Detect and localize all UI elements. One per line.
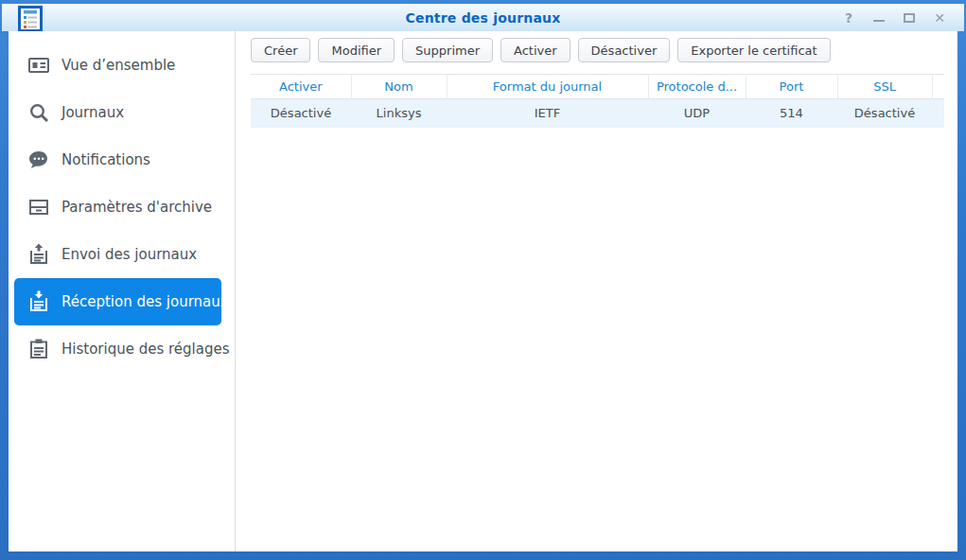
- sidebar-item-historique-reglages[interactable]: Historique des réglages: [14, 325, 221, 373]
- column-header-ssl[interactable]: SSL: [837, 75, 932, 99]
- minimize-icon[interactable]: [871, 9, 887, 27]
- sidebar-item-parametres-archive[interactable]: Paramètres d'archive: [14, 184, 221, 231]
- sidebar-item-label: Notifications: [61, 151, 150, 168]
- sidebar-item-label: Envoi des journaux: [61, 246, 197, 263]
- column-header-stub: [932, 75, 944, 99]
- delete-button[interactable]: Supprimer: [402, 38, 493, 62]
- table-row[interactable]: Désactivé Linksys IETF UDP 514 Désactivé: [251, 99, 944, 128]
- sidebar-item-journaux[interactable]: Journaux: [14, 89, 221, 136]
- create-button[interactable]: Créer: [251, 38, 310, 62]
- table-header-row: Activer Nom Format du journal Protocole …: [251, 75, 944, 99]
- modify-button[interactable]: Modifier: [318, 38, 395, 62]
- column-header-activer[interactable]: Activer: [251, 75, 351, 99]
- sidebar-item-label: Paramètres d'archive: [61, 199, 212, 216]
- chat-bubble-icon: [27, 149, 50, 171]
- window-title: Centre des journaux: [2, 10, 964, 26]
- window-controls: ? ✕: [826, 4, 947, 31]
- help-icon[interactable]: ?: [841, 9, 856, 27]
- sidebar: Vue d’ensemble Journaux: [9, 31, 236, 551]
- cell-ssl[interactable]: Désactivé: [837, 99, 932, 128]
- app-window: Centre des journaux ? ✕ Vue d’ensem: [0, 0, 966, 560]
- column-header-format[interactable]: Format du journal: [447, 75, 648, 99]
- cell-port[interactable]: 514: [746, 99, 837, 128]
- toolbar: Créer Modifier Supprimer Activer Désacti…: [251, 38, 944, 62]
- overview-icon: [27, 54, 50, 77]
- archive-icon: [27, 196, 50, 219]
- settings-history-icon: [27, 338, 50, 360]
- sidebar-item-label: Réception des journaux: [61, 293, 229, 310]
- title-bar: Centre des journaux ? ✕: [2, 4, 964, 31]
- sidebar-item-label: Journaux: [61, 104, 124, 121]
- close-icon[interactable]: ✕: [932, 9, 947, 27]
- column-header-port[interactable]: Port: [746, 75, 837, 99]
- cell-stub: [932, 99, 944, 128]
- column-header-nom[interactable]: Nom: [351, 75, 447, 99]
- main-panel: Créer Modifier Supprimer Activer Désacti…: [236, 31, 957, 551]
- sidebar-item-envoi-journaux[interactable]: Envoi des journaux: [14, 231, 221, 278]
- sidebar-item-reception-journaux[interactable]: Réception des journaux: [14, 278, 221, 325]
- maximize-icon[interactable]: [902, 9, 917, 27]
- column-header-protocole[interactable]: Protocole d...: [648, 75, 746, 99]
- cell-nom[interactable]: Linksys: [351, 99, 447, 128]
- cell-activer[interactable]: Désactivé: [251, 99, 351, 128]
- cell-protocole[interactable]: UDP: [648, 99, 746, 128]
- cell-format[interactable]: IETF: [447, 99, 648, 128]
- log-send-icon: [27, 243, 50, 266]
- sidebar-item-notifications[interactable]: Notifications: [14, 136, 221, 184]
- search-icon: [27, 101, 50, 124]
- enable-button[interactable]: Activer: [501, 38, 571, 62]
- window-body: Vue d’ensemble Journaux: [9, 31, 957, 551]
- sidebar-item-label: Vue d’ensemble: [61, 57, 175, 74]
- log-reception-table: Activer Nom Format du journal Protocole …: [251, 74, 944, 128]
- log-receive-icon: [27, 290, 50, 313]
- disable-button[interactable]: Désactiver: [578, 38, 671, 62]
- export-certificate-button[interactable]: Exporter le certificat: [677, 38, 830, 62]
- sidebar-item-vue-densemble[interactable]: Vue d’ensemble: [14, 42, 221, 89]
- sidebar-item-label: Historique des réglages: [61, 341, 230, 358]
